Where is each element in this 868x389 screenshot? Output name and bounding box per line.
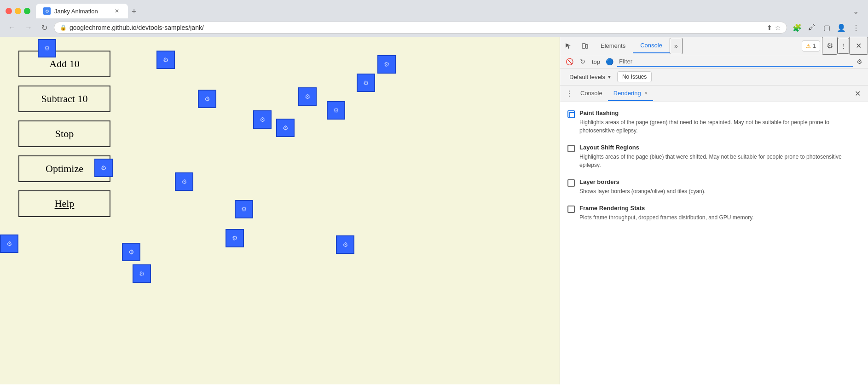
rendering-item-frame-rendering-header: Frame Rendering Stats Plots frame throug… [567,205,861,222]
subtract10-button[interactable]: Subtract 10 [18,86,110,112]
frame-rendering-title: Frame Rendering Stats [579,205,861,212]
add10-button[interactable]: Add 10 [18,51,110,77]
main-content-area: Add 10 Subtract 10 Stop Optimize Help [0,37,868,384]
devtools-select-element-button[interactable] [560,39,577,53]
profile-extension-button[interactable]: 🖊 [805,21,818,34]
title-bar: Janky Animation ✕ + ⌄ [0,0,868,18]
paint-flashing-title: Paint flashing [579,109,861,116]
devtools-device-toolbar-button[interactable] [577,39,593,53]
levels-dropdown-icon: ▼ [607,74,612,80]
jank-button-group: Add 10 Subtract 10 Stop Optimize Help [18,51,110,217]
layer-borders-checkbox[interactable] [567,179,575,187]
float-box-6 [327,101,345,120]
float-box-11 [175,172,193,191]
menu-button[interactable]: ⋮ [850,21,862,34]
jank-demo-page: Add 10 Subtract 10 Stop Optimize Help [0,37,560,384]
traffic-lights [6,8,30,14]
extensions-button[interactable]: 🧩 [791,21,804,34]
rendering-item-layer-borders-content: Layer borders Shows layer borders (orang… [579,178,861,195]
url-text[interactable]: googlechrome.github.io/devtools-samples/… [69,24,764,31]
devtools-more-options-button[interactable]: ⋮ [838,38,849,54]
refresh-button[interactable]: ↻ [39,22,50,34]
float-box-15 [122,243,140,261]
minimize-traffic-light[interactable] [15,8,21,14]
default-levels-button[interactable]: Default levels ▼ [567,73,613,81]
frame-rendering-checkbox[interactable] [567,206,575,213]
profile-button[interactable]: 👤 [835,21,848,34]
no-issues-button[interactable]: No Issues [617,71,652,82]
rendering-item-layer-borders-header: Layer borders Shows layer borders (orang… [567,178,861,195]
devtools-header: Elements Console » ⚠ 1 ⚙ ⋮ ✕ [560,37,868,55]
float-box-10 [94,159,113,177]
devtools-tab-console[interactable]: Console [633,38,670,53]
active-tab[interactable]: Janky Animation ✕ [36,4,128,18]
browser-action-buttons: 🧩 🖊 ▢ 👤 ⋮ [791,21,862,34]
devtools-warning-badge[interactable]: ⚠ 1 [802,40,820,51]
float-box-17 [0,235,18,253]
devtools-tab-elements[interactable]: Elements [593,39,633,53]
rendering-item-paint-flashing-content: Paint flashing Highlights areas of the p… [579,109,861,135]
secondary-tabs-close-button[interactable]: ✕ [851,86,864,102]
warning-icon: ⚠ [806,43,811,49]
devtools-panel: Elements Console » ⚠ 1 ⚙ ⋮ ✕ 🚫 ↻ top 🔵 ⚙… [560,37,868,384]
svg-rect-0 [582,44,585,48]
default-levels-label: Default levels [569,74,605,80]
float-box-9 [357,74,375,92]
float-box-1 [38,39,56,57]
close-traffic-light[interactable] [6,8,12,14]
navigation-bar: ← → ↻ 🔒 googlechrome.github.io/devtools-… [0,18,868,37]
layout-shift-description: Highlights areas of the page (blue) that… [579,153,861,169]
address-bar[interactable]: 🔒 googlechrome.github.io/devtools-sample… [54,22,787,34]
browser-window-controls: ⌄ [853,7,862,16]
devtools-levels-row: Default levels ▼ No Issues [560,69,868,86]
console-filter-input[interactable] [617,57,853,67]
float-box-8 [276,119,295,137]
rendering-item-layout-shift-header: Layout Shift Regions Highlights areas of… [567,144,861,169]
console-filter-settings-icon[interactable]: ⚙ [855,56,864,67]
paint-flashing-checkbox[interactable] [567,110,575,118]
console-refresh-icon[interactable]: ↻ [577,56,588,67]
help-button[interactable]: Help [18,190,110,217]
paint-flashing-description: Highlights areas of the page (green) tha… [579,118,861,135]
bookmark-icon[interactable]: ☆ [775,24,781,31]
devtools-settings-button[interactable]: ⚙ [822,37,838,55]
float-box-2 [156,51,175,69]
window-dropdown-icon[interactable]: ⌄ [853,7,859,16]
rendering-panel-content: Paint flashing Highlights areas of the p… [560,102,868,384]
secondary-tabs-more-icon[interactable]: ⋮ [564,86,575,102]
frame-rendering-description: Plots frame throughput, dropped frames d… [579,213,861,222]
console-clear-icon[interactable]: 🚫 [564,56,575,67]
devtools-secondary-tabs: ⋮ Console Rendering × ✕ [560,86,868,102]
new-tab-button[interactable]: + [128,5,140,18]
secondary-tab-console[interactable]: Console [575,86,608,101]
tab-title: Janky Animation [54,8,98,15]
stop-button[interactable]: Stop [18,120,110,147]
forward-button[interactable]: → [22,22,35,34]
svg-rect-1 [586,45,588,48]
tab-close-button[interactable]: ✕ [113,7,121,15]
warning-count: 1 [813,43,816,49]
devtools-more-tabs-button[interactable]: » [670,38,683,54]
rendering-item-layout-shift: Layout Shift Regions Highlights areas of… [567,144,861,169]
rendering-item-paint-flashing: Paint flashing Highlights areas of the p… [567,109,861,135]
rendering-item-paint-flashing-header: Paint flashing Highlights areas of the p… [567,109,861,135]
share-icon[interactable]: ⬆ [767,24,772,31]
rendering-item-frame-rendering: Frame Rendering Stats Plots frame throug… [567,205,861,222]
float-box-13 [226,229,244,247]
secondary-tab-rendering[interactable]: Rendering × [608,86,654,101]
rendering-item-layer-borders: Layer borders Shows layer borders (orang… [567,178,861,195]
devtools-toolbar-2: 🚫 ↻ top 🔵 ⚙ [560,55,868,69]
rendering-tab-close-icon[interactable]: × [644,90,648,97]
split-view-button[interactable]: ▢ [820,21,833,34]
layer-borders-description: Shows layer borders (orange/olive) and t… [579,187,861,195]
fullscreen-traffic-light[interactable] [24,8,30,14]
console-context-icon[interactable]: 🔵 [604,56,615,67]
devtools-close-button[interactable]: ✕ [849,37,868,55]
browser-window: Janky Animation ✕ + ⌄ ← → ↻ 🔒 googlechro… [0,0,868,37]
back-button[interactable]: ← [6,22,18,34]
float-box-7 [253,110,272,129]
layout-shift-checkbox[interactable] [567,145,575,152]
float-box-12 [235,200,253,218]
tab-bar: Janky Animation ✕ + [36,4,849,18]
rendering-item-layout-shift-content: Layout Shift Regions Highlights areas of… [579,144,861,169]
